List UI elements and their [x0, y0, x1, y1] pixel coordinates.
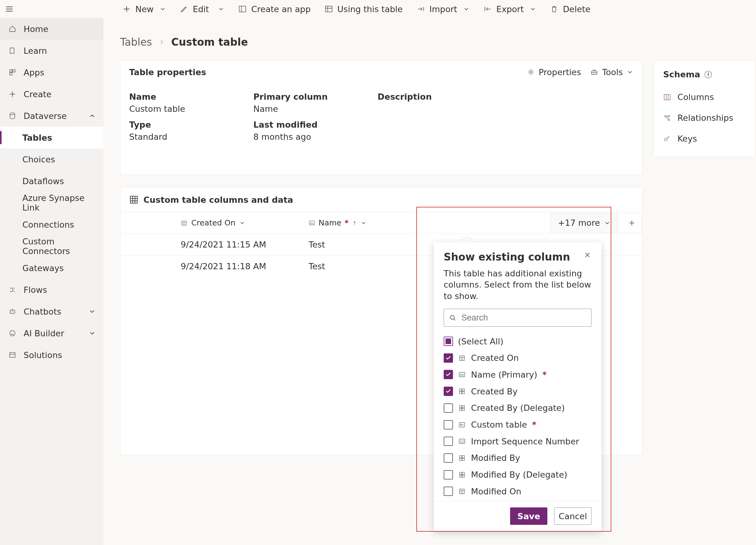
tools-button[interactable]: Tools	[590, 67, 633, 77]
edit-button[interactable]: Edit	[173, 0, 231, 18]
prop-type-value: Standard	[129, 132, 253, 142]
grid-icon	[129, 195, 138, 204]
more-columns-button[interactable]: +17 more	[550, 213, 618, 233]
nav-flows[interactable]: Flows	[0, 279, 103, 301]
add-column-button[interactable]	[623, 213, 641, 233]
plus-icon	[8, 90, 16, 98]
nav-create[interactable]: Create	[0, 83, 103, 105]
nav-custom-connectors[interactable]: Custom Connectors	[0, 235, 103, 257]
nav-tables[interactable]: Tables	[0, 127, 103, 148]
pencil-icon	[180, 5, 188, 13]
cancel-label: Cancel	[559, 511, 587, 521]
search-icon	[449, 314, 457, 322]
column-option-label: Modified On	[471, 487, 521, 496]
checkbox-checked[interactable]	[444, 370, 453, 379]
more-columns-label: +17 more	[558, 218, 600, 228]
col-header-created[interactable]: Created On	[177, 218, 305, 227]
column-option[interactable]: Modified By	[444, 450, 595, 466]
breadcrumb-tables[interactable]: Tables	[120, 36, 152, 48]
properties-button[interactable]: Properties	[527, 67, 581, 77]
nav-dataflows[interactable]: Dataflows	[0, 170, 103, 192]
cancel-button[interactable]: Cancel	[554, 507, 591, 525]
new-button[interactable]: New	[115, 0, 173, 18]
column-option[interactable]: Import Sequence Number	[444, 433, 595, 450]
lookup-type-icon	[458, 404, 466, 412]
prop-name-label: Name	[129, 92, 253, 102]
nav-learn-label: Learn	[24, 46, 47, 56]
schema-keys[interactable]: Keys	[654, 128, 755, 149]
close-button[interactable]	[583, 251, 591, 259]
nav-dataverse[interactable]: Dataverse	[0, 105, 103, 127]
delete-button[interactable]: Delete	[543, 0, 597, 18]
checkbox-unchecked[interactable]	[444, 420, 453, 429]
column-option[interactable]: Created By	[444, 383, 595, 400]
checkbox-checked[interactable]	[444, 387, 453, 396]
column-checklist[interactable]: (Select All) Created OnName (Primary) *C…	[434, 332, 601, 501]
checkbox-checked[interactable]	[444, 353, 453, 363]
col-header-name[interactable]: Name *	[305, 218, 432, 227]
schema-relationships[interactable]: Relationships	[654, 107, 755, 128]
nav-learn[interactable]: Learn	[0, 40, 103, 61]
edit-label: Edit	[193, 4, 209, 14]
solutions-icon	[8, 351, 16, 359]
using-table-label: Using this table	[337, 4, 403, 14]
table-properties-card: Table properties Properties Tools Name C…	[120, 61, 642, 175]
prop-type-label: Type	[129, 120, 253, 129]
props-title: Table properties	[129, 67, 206, 77]
checkbox-unchecked[interactable]	[444, 437, 453, 446]
nav-choices[interactable]: Choices	[0, 148, 103, 170]
nav-ai-builder[interactable]: AI Builder	[0, 322, 103, 344]
save-button[interactable]: Save	[510, 507, 547, 525]
plus-icon	[122, 5, 131, 13]
checkbox-unchecked[interactable]	[444, 470, 453, 479]
column-option-label: Created By	[471, 387, 518, 396]
column-option[interactable]: Name (Primary) *	[444, 366, 595, 383]
search-input[interactable]	[444, 309, 591, 327]
nav-dataflows-label: Dataflows	[22, 176, 64, 186]
column-option-label: Name (Primary)	[471, 370, 537, 379]
ai-icon	[8, 329, 16, 337]
checkbox-mixed[interactable]	[444, 337, 453, 346]
required-star: *	[345, 218, 349, 227]
column-option[interactable]: Created On	[444, 350, 595, 366]
create-app-button[interactable]: Create an app	[231, 0, 317, 18]
chevron-right-icon	[158, 39, 165, 46]
prop-name-value: Custom table	[129, 104, 253, 114]
home-icon	[8, 25, 16, 33]
info-icon[interactable]: i	[704, 71, 712, 78]
export-button[interactable]: Export	[477, 0, 543, 18]
hamburger-button[interactable]	[0, 0, 19, 18]
checkbox-unchecked[interactable]	[444, 453, 453, 463]
key-type-icon	[458, 421, 466, 429]
column-option-label: Modified By (Delegate)	[471, 470, 567, 479]
checkbox-unchecked[interactable]	[444, 403, 453, 413]
nav-chatbots[interactable]: Chatbots	[0, 301, 103, 322]
export-icon	[483, 5, 492, 13]
cell-name: Test	[305, 240, 432, 249]
import-label: Import	[429, 4, 457, 14]
nav-connections[interactable]: Connections	[0, 214, 103, 235]
nav-custom-connectors-label: Custom Connectors	[22, 237, 103, 256]
nav-synapse[interactable]: Azure Synapse Link	[0, 192, 103, 214]
cell-name: Test	[305, 261, 432, 271]
column-option[interactable]: Modified On	[444, 483, 595, 500]
nav-home[interactable]: Home	[0, 18, 103, 40]
nav-gateways[interactable]: Gateways	[0, 257, 103, 279]
command-bar: New Edit Create an app Using this table …	[0, 0, 756, 18]
nav-create-label: Create	[24, 89, 52, 99]
book-icon	[8, 47, 16, 55]
chevron-down-icon	[529, 6, 536, 12]
select-all-row[interactable]: (Select All)	[444, 333, 595, 350]
nav-apps[interactable]: Apps	[0, 61, 103, 83]
column-option[interactable]: Modified By (Delegate)	[444, 466, 595, 483]
column-option[interactable]: Custom table *	[444, 416, 595, 433]
hamburger-icon	[5, 5, 14, 13]
using-table-button[interactable]: Using this table	[318, 0, 410, 18]
nav-solutions[interactable]: Solutions	[0, 344, 103, 366]
schema-columns[interactable]: Columns	[654, 87, 755, 107]
column-option[interactable]: Created By (Delegate)	[444, 400, 595, 416]
app-icon	[238, 5, 247, 13]
import-button[interactable]: Import	[410, 0, 477, 18]
checkbox-unchecked[interactable]	[444, 487, 453, 496]
bot-icon	[8, 307, 16, 316]
